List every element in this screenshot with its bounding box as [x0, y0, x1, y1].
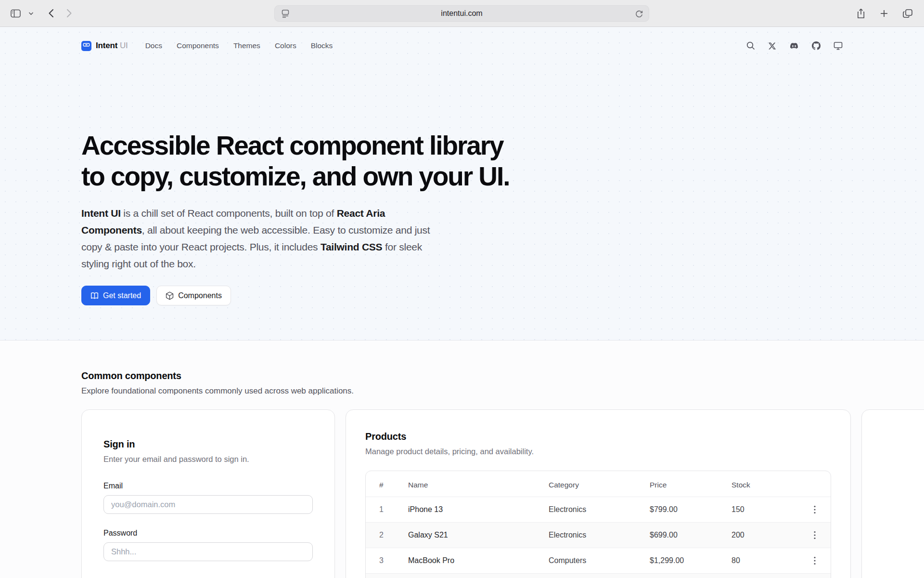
column-header-category: Category	[549, 471, 650, 497]
column-header-price: Price	[650, 471, 732, 497]
nav-link-themes[interactable]: Themes	[233, 41, 260, 50]
share-icon[interactable]	[857, 8, 865, 19]
password-label: Password	[103, 529, 313, 538]
discord-icon[interactable]	[789, 42, 799, 50]
signin-subtitle: Enter your email and password to sign in…	[103, 455, 313, 464]
row-menu-kebab-icon[interactable]	[811, 503, 819, 516]
nav-link-docs[interactable]: Docs	[145, 41, 162, 50]
url-text: intentui.com	[441, 9, 482, 18]
nav-link-components[interactable]: Components	[177, 41, 219, 50]
brand-name: Intent	[96, 41, 117, 50]
book-icon	[90, 292, 99, 300]
back-icon[interactable]	[48, 9, 54, 18]
table-row[interactable]: 4 Dell XPS 13 Computers $999.00 50	[366, 574, 831, 578]
site-navbar: Intent UI Docs Components Themes Colors …	[81, 37, 843, 55]
forward-icon[interactable]	[66, 9, 72, 18]
hero-description: Intent UI is a chill set of React compon…	[81, 205, 441, 272]
sidebar-icon[interactable]	[11, 9, 21, 18]
table-row[interactable]: 1 iPhone 13 Electronics $799.00 150	[366, 497, 831, 523]
password-field[interactable]	[103, 542, 313, 561]
github-icon[interactable]	[812, 41, 821, 50]
new-tab-icon[interactable]	[880, 9, 888, 18]
table-row[interactable]: 3 MacBook Pro Computers $1,299.00 80	[366, 548, 831, 574]
email-label: Email	[103, 482, 313, 490]
get-started-button[interactable]: Get started	[81, 286, 150, 305]
table-row[interactable]: 2 Galaxy S21 Electronics $699.00 200	[366, 523, 831, 548]
theme-monitor-icon[interactable]	[834, 41, 843, 50]
row-menu-kebab-icon[interactable]	[811, 554, 819, 567]
x-icon[interactable]	[768, 42, 776, 50]
cube-icon	[166, 291, 174, 300]
logo-icon	[81, 41, 91, 51]
products-subtitle: Manage product details, pricing, and ava…	[365, 447, 831, 456]
section-subtitle: Explore foundational components commonly…	[81, 386, 843, 396]
address-bar[interactable]: intentui.com	[274, 5, 649, 22]
column-header-name: Name	[408, 471, 549, 497]
nav-links: Docs Components Themes Colors Blocks	[145, 41, 333, 50]
reload-icon[interactable]	[635, 9, 643, 20]
column-header-number: #	[366, 471, 408, 497]
signin-card: Sign in Enter your email and password to…	[81, 409, 335, 578]
hero-section: Intent UI Docs Components Themes Colors …	[0, 27, 924, 340]
signin-title: Sign in	[103, 439, 313, 450]
components-section: Common components Explore foundational c…	[0, 341, 924, 578]
column-header-actions	[799, 471, 831, 497]
brand[interactable]: Intent UI	[81, 41, 128, 51]
nav-link-colors[interactable]: Colors	[275, 41, 296, 50]
reader-icon[interactable]	[281, 9, 290, 20]
chevron-down-icon[interactable]	[28, 12, 34, 15]
row-menu-kebab-icon[interactable]	[811, 529, 819, 541]
products-card: Products Manage product details, pricing…	[346, 409, 851, 578]
column-header-stock: Stock	[732, 471, 799, 497]
email-field[interactable]	[103, 495, 313, 514]
hero: Accessible React component library to co…	[81, 55, 843, 305]
browser-toolbar: intentui.com	[0, 0, 924, 27]
search-icon[interactable]	[746, 41, 755, 50]
products-title: Products	[365, 431, 831, 442]
section-title: Common components	[81, 370, 843, 381]
brand-suffix: UI	[120, 41, 128, 50]
tabs-icon[interactable]	[903, 9, 912, 18]
page-title: Accessible React component library to co…	[81, 130, 843, 192]
cards-row: Sign in Enter your email and password to…	[0, 409, 924, 578]
table-header-row: # Name Category Price Stock	[366, 471, 831, 497]
components-button[interactable]: Components	[156, 286, 231, 305]
nav-link-blocks[interactable]: Blocks	[311, 41, 333, 50]
products-table: # Name Category Price Stock 1 i	[365, 471, 831, 578]
webpage: Intent UI Docs Components Themes Colors …	[0, 27, 924, 578]
partial-card	[861, 409, 924, 578]
